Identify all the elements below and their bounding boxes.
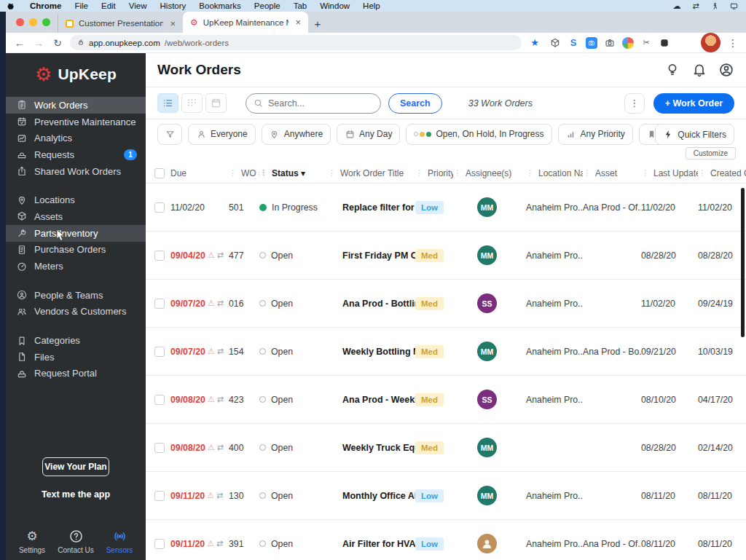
extensions-puzzle-icon[interactable]: [659, 37, 670, 49]
sidebar-item-meters[interactable]: Meters: [6, 258, 146, 275]
menu-edit[interactable]: Edit: [95, 1, 122, 10]
work-order-title[interactable]: Monthly Office Air Fil...: [328, 491, 415, 501]
sidebar-item-purchase-orders[interactable]: Purchase Orders: [6, 242, 146, 259]
menu-view[interactable]: View: [122, 1, 154, 10]
sidebar-item-locations[interactable]: Locations: [6, 192, 146, 208]
footer-contact-us[interactable]: Contact Us: [54, 529, 98, 554]
filter-chip-everyone[interactable]: Everyone: [188, 124, 256, 145]
table-row-3[interactable]: 09/07/20⚠⇄016OpenAna Prod - Bottling Li.…: [146, 280, 746, 328]
zoom-window-button[interactable]: [42, 18, 50, 26]
filter-chip-open-on-hold-in-progress[interactable]: Open, On Hold, In Progress: [406, 124, 551, 145]
column-header-wo-[interactable]: ⋮WO #: [229, 168, 259, 178]
search-button[interactable]: Search: [388, 93, 442, 114]
more-options-button[interactable]: ⋮: [624, 93, 645, 114]
row-checkbox[interactable]: [154, 443, 165, 453]
profile-icon[interactable]: [718, 62, 734, 78]
close-window-button[interactable]: [16, 18, 24, 26]
work-order-title[interactable]: First Friday PM Checks: [328, 251, 415, 261]
back-button[interactable]: ←: [13, 37, 26, 49]
minimize-window-button[interactable]: [29, 18, 37, 26]
sidebar-item-request-portal[interactable]: Request Portal: [6, 366, 146, 382]
calendar-view-button[interactable]: [205, 93, 227, 113]
camera-extension-icon[interactable]: [604, 37, 616, 49]
menu-history[interactable]: History: [154, 1, 193, 10]
row-checkbox[interactable]: [154, 491, 165, 501]
column-header-work-order-title[interactable]: ⋮Work Order Title: [328, 168, 415, 178]
work-order-title[interactable]: Weekly Truck Equip...: [328, 443, 415, 453]
menu-file[interactable]: File: [68, 1, 95, 10]
table-row-4[interactable]: 09/07/20⚠⇄154OpenWeekly Bottling Main...…: [146, 328, 746, 376]
menu-window[interactable]: Window: [313, 1, 356, 10]
sidebar-item-files[interactable]: Files: [6, 349, 146, 366]
bell-icon[interactable]: [691, 62, 707, 78]
column-header-status[interactable]: ⋮Status ▾: [259, 168, 328, 178]
browser-profile-avatar[interactable]: [701, 33, 721, 52]
sidebar-item-assets[interactable]: Assets: [6, 208, 146, 225]
sidebar-item-work-orders[interactable]: Work Orders: [6, 97, 146, 114]
sidebar-item-preventive-maintenance[interactable]: Preventive Maintenance: [6, 114, 146, 130]
table-row-2[interactable]: 09/04/20⚠⇄477OpenFirst Friday PM ChecksM…: [146, 232, 746, 280]
customize-button[interactable]: Customize: [686, 147, 736, 159]
row-checkbox[interactable]: [154, 202, 165, 213]
cloud-icon[interactable]: ☁: [672, 1, 682, 10]
column-header-location-nam[interactable]: ⋮Location Nam: [526, 168, 583, 178]
quick-filters-button[interactable]: Quick Filters: [655, 124, 734, 145]
forward-button[interactable]: →: [32, 37, 45, 49]
sidebar-item-shared-work-orders[interactable]: Shared Work Orders: [6, 163, 146, 180]
column-header-priority[interactable]: ⋮Priority: [415, 168, 453, 178]
menu-help[interactable]: Help: [356, 1, 387, 10]
board-view-button[interactable]: [181, 93, 203, 113]
sidebar-item-categories[interactable]: Categories: [6, 332, 146, 349]
filter-chip-anywhere[interactable]: Anywhere: [262, 124, 331, 145]
sidebar-item-vendors-customers[interactable]: Vendors & Customers: [6, 304, 146, 320]
table-row-5[interactable]: 09/08/20⚠⇄423OpenAna Prod - Weekly Ca...…: [146, 376, 746, 424]
column-header-asset[interactable]: ⋮Asset: [583, 168, 641, 178]
column-header-assignee-s-[interactable]: ⋮Assignee(s): [453, 168, 526, 178]
table-row-8[interactable]: 09/11/20⚠⇄391OpenAir Filter for HVACLowA…: [146, 520, 746, 560]
reload-button[interactable]: ↻: [51, 37, 64, 49]
browser-menu-icon[interactable]: ⋮: [727, 37, 739, 49]
column-header-created-on[interactable]: ⋮Created On: [698, 168, 746, 178]
menu-chrome[interactable]: Chrome: [23, 1, 68, 10]
new-work-order-button[interactable]: + Work Order: [653, 93, 734, 114]
column-header-last-updated[interactable]: ⋮Last Updated: [641, 168, 698, 178]
filter-chip-any-day[interactable]: Any Day: [337, 124, 400, 145]
work-order-title[interactable]: Ana Prod - Weekly Ca...: [328, 395, 415, 405]
tips-bulb-icon[interactable]: [664, 62, 680, 78]
browser-tab-1[interactable]: Customer Presentation - Goo×: [58, 14, 183, 33]
row-checkbox[interactable]: [154, 347, 165, 357]
new-tab-button[interactable]: +: [308, 14, 327, 33]
address-bar[interactable]: app.onupkeep.com /web/work-orders: [70, 35, 522, 50]
select-all-checkbox[interactable]: [154, 168, 165, 178]
work-order-title[interactable]: Replace filter for HVAC: [328, 202, 415, 213]
view-your-plan-button[interactable]: View Your Plan: [42, 457, 109, 476]
menu-bookmarks[interactable]: Bookmarks: [192, 1, 248, 10]
work-order-title[interactable]: Air Filter for HVAC: [328, 539, 415, 549]
table-row-7[interactable]: 09/11/20⚠⇄130OpenMonthly Office Air Fil.…: [146, 472, 746, 520]
menu-people[interactable]: People: [248, 1, 287, 10]
text-me-the-app-link[interactable]: Text me the app: [6, 489, 146, 500]
table-row-6[interactable]: 09/08/20⚠⇄400OpenWeekly Truck Equip...Me…: [146, 424, 746, 472]
sidebar-item-analytics[interactable]: Analytics: [6, 130, 146, 146]
sync-icon[interactable]: ⇄: [691, 1, 701, 10]
photos-extension-icon[interactable]: [622, 37, 634, 49]
row-checkbox[interactable]: [154, 395, 165, 405]
work-order-title[interactable]: Ana Prod - Bottling Li...: [328, 299, 415, 309]
box-extension-icon[interactable]: [549, 37, 561, 49]
filter-chip-filter[interactable]: [157, 124, 182, 145]
sidebar-item-requests[interactable]: Requests1: [6, 146, 146, 163]
footer-settings[interactable]: ⚙Settings: [10, 529, 54, 554]
table-row-1[interactable]: 11/02/20501In ProgressReplace filter for…: [146, 184, 746, 232]
apple-menu-icon[interactable]: [7, 2, 17, 10]
vertical-scrollbar[interactable]: [741, 188, 745, 337]
zoom-extension-icon[interactable]: [586, 37, 597, 49]
tab-close-icon[interactable]: ×: [168, 18, 177, 29]
row-checkbox[interactable]: [154, 251, 165, 261]
search-input[interactable]: [268, 98, 356, 109]
walker-icon[interactable]: [710, 1, 720, 10]
upkeep-logo[interactable]: ⚙ UpKeep: [6, 53, 146, 95]
footer-sensors[interactable]: Sensors: [98, 529, 141, 554]
sidebar-item-people-teams[interactable]: People & Teams: [6, 287, 146, 304]
column-header-due[interactable]: Due: [170, 168, 229, 178]
row-checkbox[interactable]: [154, 539, 165, 549]
